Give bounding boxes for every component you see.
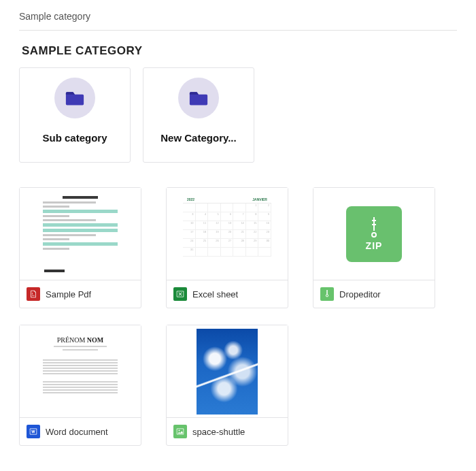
file-card-zip[interactable]: ZIP Dropeditor <box>313 187 435 308</box>
folder-icon-circle <box>54 78 95 118</box>
file-card-image[interactable]: space-shuttle <box>166 325 288 446</box>
folder-icon-circle <box>178 78 219 118</box>
subcategory-card[interactable]: New Category... <box>143 67 254 163</box>
word-file-icon <box>27 425 40 438</box>
file-label: Dropeditor <box>339 289 381 299</box>
file-preview: PRÉNOM NOM <box>20 325 141 418</box>
svg-point-3 <box>326 295 328 297</box>
pdf-preview-icon <box>36 193 124 275</box>
excel-file-icon <box>173 287 187 301</box>
zip-preview-icon: ZIP <box>346 206 402 262</box>
folder-icon <box>65 90 84 106</box>
file-label: Sample Pdf <box>46 289 91 299</box>
file-grid: Sample Pdf 2022JANVIER 12 3456789 101112… <box>19 187 457 446</box>
file-card-excel[interactable]: 2022JANVIER 12 3456789 10111213141516 17… <box>166 187 288 308</box>
svg-point-8 <box>179 430 180 432</box>
word-preview-icon: PRÉNOM NOM <box>36 331 124 412</box>
image-preview-icon <box>197 329 258 415</box>
subcategory-label: Sub category <box>42 132 107 144</box>
file-label: Word document <box>46 427 108 437</box>
subcategory-row: Sub category New Category... <box>19 67 457 163</box>
zip-badge-text: ZIP <box>366 240 383 251</box>
zip-file-icon <box>320 287 334 301</box>
breadcrumb[interactable]: Sample category <box>19 11 457 31</box>
subcategory-card[interactable]: Sub category <box>19 67 131 163</box>
folder-icon <box>189 90 208 106</box>
section-heading: SAMPLE CATEGORY <box>22 44 457 58</box>
file-card-word[interactable]: PRÉNOM NOM Word document <box>19 325 141 446</box>
svg-rect-2 <box>326 290 328 295</box>
pdf-file-icon <box>27 287 40 301</box>
file-preview <box>167 325 288 418</box>
file-preview: ZIP <box>313 188 435 280</box>
file-label: space-shuttle <box>192 427 245 437</box>
file-preview: 2022JANVIER 12 3456789 10111213141516 17… <box>167 188 288 280</box>
file-card-pdf[interactable]: Sample Pdf <box>19 187 141 308</box>
file-preview <box>20 188 141 280</box>
image-file-icon <box>173 425 187 438</box>
spreadsheet-preview-icon: 2022JANVIER 12 3456789 10111213141516 17… <box>183 195 271 274</box>
file-label: Excel sheet <box>192 289 238 299</box>
subcategory-label: New Category... <box>160 132 236 144</box>
